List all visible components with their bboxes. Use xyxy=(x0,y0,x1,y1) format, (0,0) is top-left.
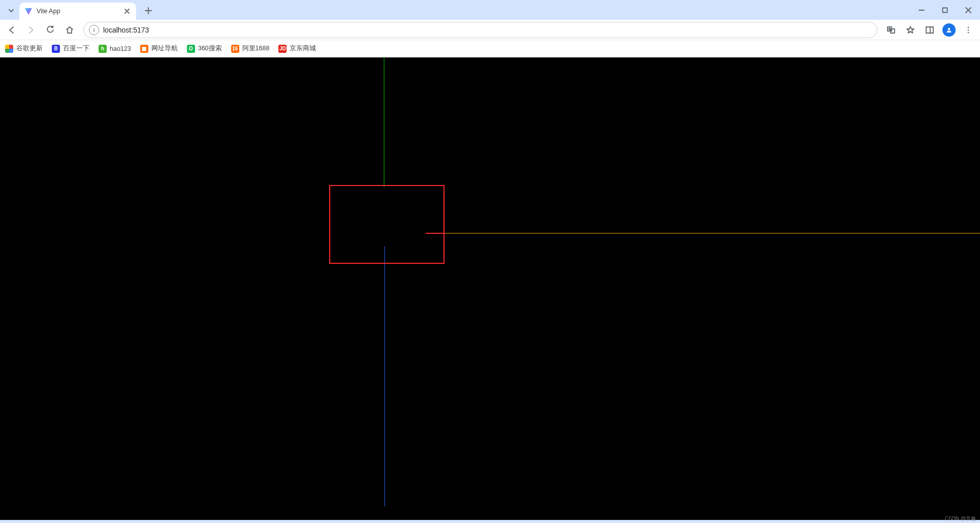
footer-strip xyxy=(0,520,980,523)
back-button[interactable] xyxy=(3,21,20,39)
close-window-button[interactable] xyxy=(957,0,980,20)
svg-rect-0 xyxy=(943,8,947,12)
bookmark-label: hao123 xyxy=(110,45,131,52)
svg-rect-15 xyxy=(330,186,444,263)
bookmark-favicon-icon: O xyxy=(187,45,195,53)
bookmark-360-search[interactable]: O360搜索 xyxy=(187,44,222,53)
titlebar: Vite App xyxy=(0,0,980,20)
bookmark-baidu[interactable]: B百度一下 xyxy=(52,44,89,53)
bookmark-favicon-icon xyxy=(5,45,13,53)
url-text: localhost:5173 xyxy=(103,26,872,34)
tabs-dropdown-button[interactable] xyxy=(4,4,18,18)
menu-button[interactable] xyxy=(960,21,977,39)
watermark: CSDN @言鑫 xyxy=(945,515,976,522)
side-panel-button[interactable] xyxy=(921,21,938,39)
svg-point-9 xyxy=(968,29,969,30)
vite-favicon-icon xyxy=(24,7,33,15)
bookmark-hao123[interactable]: hhao123 xyxy=(99,45,131,53)
translate-button[interactable] xyxy=(882,21,900,39)
bookmark-jd[interactable]: JD京东商城 xyxy=(278,44,316,53)
site-info-icon[interactable] xyxy=(89,25,99,35)
bookmark-label: 谷歌更新 xyxy=(16,44,43,53)
new-tab-button[interactable] xyxy=(141,4,155,18)
avatar-icon xyxy=(942,23,956,37)
bookmark-favicon-icon: 16 xyxy=(231,45,239,53)
svg-point-7 xyxy=(948,27,951,30)
close-tab-button[interactable] xyxy=(123,7,131,15)
bookmark-favicon-icon: h xyxy=(99,45,107,53)
minimize-button[interactable] xyxy=(910,0,933,20)
bookmark-favicon-icon: JD xyxy=(278,45,287,53)
scene-canvas xyxy=(0,57,980,520)
svg-point-8 xyxy=(968,26,969,28)
bookmarks-bar: 谷歌更新B百度一下hhao123▦网址导航O360搜索16阿里1688JD京东商… xyxy=(0,40,980,57)
threejs-viewport[interactable] xyxy=(0,57,980,520)
bookmark-label: 百度一下 xyxy=(63,44,89,53)
window-controls xyxy=(910,0,980,20)
svg-rect-5 xyxy=(926,27,933,33)
svg-point-10 xyxy=(968,32,969,33)
profile-button[interactable] xyxy=(940,21,958,39)
address-bar[interactable]: localhost:5173 xyxy=(83,22,877,38)
bookmark-label: 网址导航 xyxy=(151,44,178,53)
maximize-button[interactable] xyxy=(933,0,957,20)
svg-rect-2 xyxy=(93,29,94,32)
bookmark-label: 京东商城 xyxy=(290,44,316,53)
home-button[interactable] xyxy=(61,21,78,39)
toolbar: localhost:5173 xyxy=(0,20,980,40)
bookmark-ali1688[interactable]: 16阿里1688 xyxy=(231,44,270,53)
forward-button[interactable] xyxy=(22,21,40,39)
bookmark-navsite[interactable]: ▦网址导航 xyxy=(140,44,178,53)
bookmark-favicon-icon: ▦ xyxy=(140,45,148,53)
bookmark-star-button[interactable] xyxy=(902,21,919,39)
bookmark-favicon-icon: B xyxy=(52,45,60,53)
reload-button[interactable] xyxy=(42,21,59,39)
svg-point-1 xyxy=(93,28,94,29)
tab-title: Vite App xyxy=(37,8,119,15)
bookmark-google-update[interactable]: 谷歌更新 xyxy=(5,44,43,53)
bookmark-label: 阿里1688 xyxy=(242,44,270,53)
bookmark-label: 360搜索 xyxy=(198,44,222,53)
browser-tab[interactable]: Vite App xyxy=(19,3,136,20)
